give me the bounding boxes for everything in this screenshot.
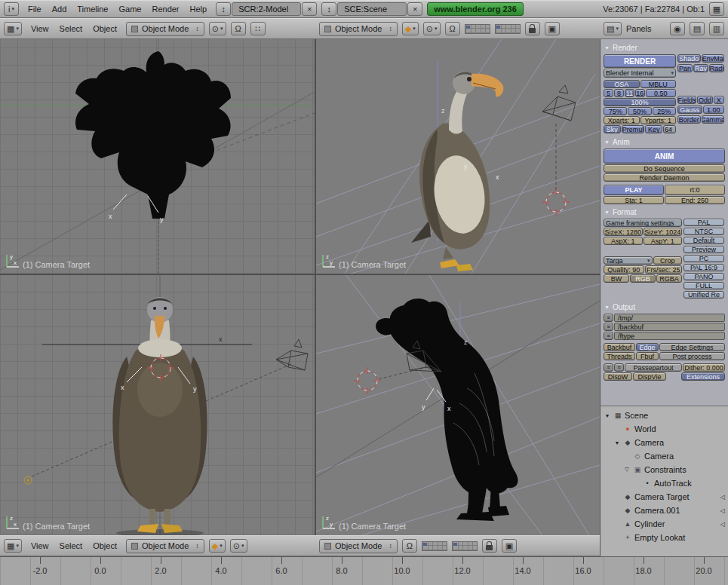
viewport-camera-persp[interactable]: z y x z y (1) Camera Target [316, 39, 600, 274]
panel-align-horizontal-button[interactable]: ▤ [690, 22, 705, 35]
expander-arrow-icon[interactable]: ▼ [613, 440, 621, 446]
timeline-ruler[interactable]: -2.0 0.0 2.0 4.0 6.0 8.0 10.0 12 [0, 556, 728, 585]
size-percent-button[interactable]: 50% [628, 107, 651, 115]
osa-toggle[interactable]: OSA [604, 80, 640, 88]
lock-toggle[interactable] [525, 22, 540, 35]
shading-context-button[interactable]: ◉ [670, 22, 685, 35]
envmap-toggle[interactable]: EnvMa [702, 54, 725, 63]
delete-scene-button[interactable]: × [407, 2, 422, 16]
expander-arrow-icon[interactable]: ▼ [604, 413, 611, 418]
shading-dropdown[interactable]: ◆▾ [209, 539, 226, 553]
output-path-field[interactable]: /ftype [614, 332, 725, 340]
size-percent-button[interactable]: 25% [653, 107, 676, 115]
outliner-row[interactable]: ▼ ◆ Camera [601, 436, 728, 449]
layer-buttons-group2[interactable] [452, 541, 478, 551]
radio-toggle[interactable]: Radi [709, 64, 724, 72]
expander-arrow-icon[interactable]: ▽ [623, 467, 631, 473]
do-sequence-toggle[interactable]: Do Sequence [604, 164, 725, 173]
bw-toggle[interactable]: BW [604, 274, 629, 283]
outliner-panel[interactable]: ▼ ▦ Scene ● World ▼ ◆ Camera ◇ Camera [600, 406, 728, 556]
manipulator-button[interactable]: Ω [231, 22, 246, 35]
end-frame-field[interactable]: End: 250 [665, 196, 725, 204]
border-toggle[interactable]: Border [677, 115, 701, 124]
alpha-key-toggle[interactable]: Key [645, 125, 662, 133]
quality-field[interactable]: Quality: 90 [604, 265, 644, 274]
xparts-field[interactable]: Xparts: 1 [604, 116, 640, 124]
pivot-dropdown[interactable]: ⊙▾ [209, 22, 226, 35]
file-browse-icon[interactable]: ≡ [604, 314, 613, 322]
format-preset-button[interactable]: Unified Re [683, 291, 724, 299]
size-100-button[interactable]: 100% [604, 98, 676, 106]
odd-toggle[interactable]: Odd [697, 96, 712, 104]
dispwin-toggle[interactable]: DispW [604, 372, 632, 381]
sizey-field[interactable]: SizeY: 1024 [644, 228, 683, 236]
dispview-toggle[interactable]: DispVie [633, 372, 666, 381]
rgba-toggle[interactable]: RGBA [656, 274, 682, 283]
osa-level-button[interactable]: 8 [614, 89, 624, 97]
ray-toggle[interactable]: Ray [693, 64, 708, 72]
outliner-row[interactable]: ▲ Cylinder ◁ [601, 517, 728, 531]
format-preset-button[interactable]: Default [683, 237, 724, 244]
dither-field[interactable]: Dither: 0.000 [683, 363, 725, 372]
mode-dropdown[interactable]: Object Mode ↕ [126, 22, 204, 36]
octree-dropdown[interactable]: 64 [663, 125, 676, 133]
header-menu-item[interactable]: Select [60, 541, 83, 550]
pivot-dropdown[interactable]: ⊙▾ [230, 539, 247, 553]
layer-buttons-group1[interactable] [465, 24, 490, 34]
format-preset-button[interactable]: FULL [683, 282, 724, 289]
format-preset-button[interactable]: PAL [683, 219, 724, 226]
outliner-row[interactable]: ▽ ▣ Constraints [601, 463, 728, 476]
pivot-dropdown[interactable]: ⊙▾ [423, 22, 441, 35]
gamma-toggle[interactable]: Gamma [702, 115, 725, 124]
passepartout-button[interactable]: Passepartout [625, 363, 682, 372]
osa-level-button[interactable]: 5 [604, 89, 613, 97]
gauss-value-field[interactable]: 1.00 [703, 106, 724, 114]
outliner-row[interactable]: + Empty Lookat [601, 531, 728, 544]
header-menu-item[interactable]: Select [60, 24, 83, 33]
manipulator-button[interactable]: Ω [402, 539, 417, 553]
menu-item[interactable]: File [28, 5, 41, 14]
file-browse-icon[interactable]: ≡ [604, 323, 613, 331]
viewport-type-button[interactable]: ▦ ▾ [4, 539, 22, 553]
edge-settings-button[interactable]: Edge Settings [659, 343, 725, 351]
anim-section-header[interactable]: ▼ Anim [604, 138, 725, 146]
anim-button[interactable]: ANIM [604, 149, 725, 164]
render-preview-button[interactable]: ▣ [545, 22, 560, 35]
menu-item[interactable]: Render [152, 5, 179, 14]
output-path-field[interactable]: /tmp/ [614, 314, 725, 322]
render-daemon-toggle[interactable]: Render Daemon [604, 173, 725, 182]
pano-toggle[interactable]: Pan [677, 64, 693, 72]
mode-dropdown[interactable]: Object Mode ↕ [319, 22, 398, 36]
outliner-row[interactable]: • AutoTrack [601, 476, 728, 490]
render-section-header[interactable]: ▼ Render [604, 44, 725, 52]
render-engine-dropdown[interactable]: Blender Internal▾ [604, 69, 676, 78]
browse-scenes-button[interactable]: ↕ [321, 2, 336, 16]
mode-dropdown[interactable]: Object Mode ↕ [319, 539, 398, 553]
snap-dots-button[interactable]: ∷ [250, 22, 266, 35]
header-menu-item[interactable]: View [31, 24, 49, 33]
outliner-row[interactable]: ◆ Camera.001 ◁ [601, 504, 728, 517]
viewport-front-ortho[interactable]: x x y z x (1) Camera Target [0, 275, 315, 535]
start-frame-field[interactable]: Sta: 1 [604, 196, 664, 204]
fields-toggle[interactable]: Fields [677, 96, 696, 104]
alpha-premul-toggle[interactable]: Premul [622, 125, 645, 133]
osa-level-button[interactable]: 11 [625, 89, 634, 97]
rt-field[interactable]: rt:0 [665, 185, 725, 195]
screen-name-field[interactable]: SCR:2-Model [232, 2, 301, 16]
shadow-toggle[interactable]: Shado [677, 54, 701, 63]
sizex-field[interactable]: SizeX: 1280 [604, 228, 643, 236]
manipulator-button[interactable]: Ω [445, 22, 460, 35]
info-window-type-button[interactable]: i ▾ [4, 2, 19, 16]
threads-toggle[interactable]: Threads [604, 352, 635, 360]
browse-screens-button[interactable]: ↕ [216, 2, 231, 16]
output-path-field[interactable]: /backbuf [614, 323, 725, 331]
yparts-field[interactable]: Yparts: 1 [640, 116, 677, 124]
scene-link-icon[interactable]: ≡ [604, 363, 613, 372]
fields-x-toggle[interactable]: X [714, 96, 724, 104]
window-grip-icon[interactable]: ▦ [709, 2, 724, 16]
panels-menu[interactable]: Panels [626, 24, 652, 33]
outliner-row[interactable]: ◇ Camera [601, 449, 728, 463]
mode-dropdown[interactable]: Object Mode ↕ [126, 539, 204, 553]
viewport-side-ortho[interactable]: z y x z y (1) Camera Target [316, 275, 600, 535]
viewport-top-ortho[interactable]: x y y x (1) Camera Target [0, 39, 315, 274]
